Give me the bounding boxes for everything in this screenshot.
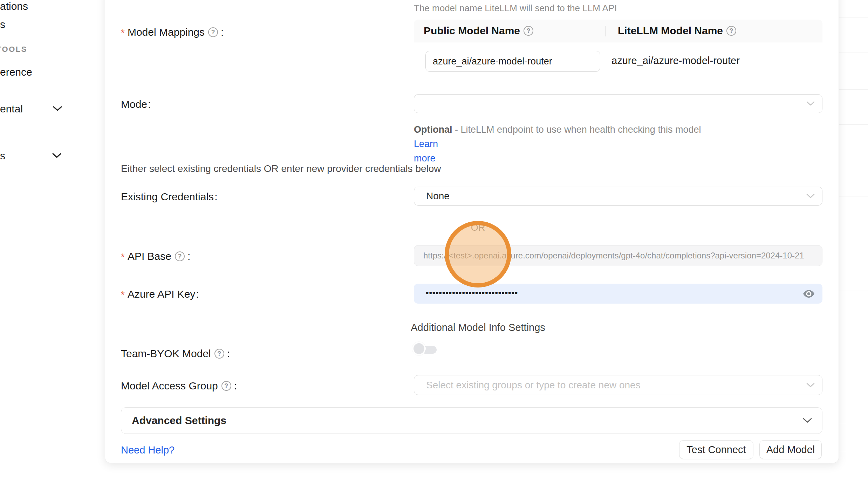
column-header-text: Public Model Name xyxy=(424,25,520,37)
column-header-public-model-name: Public Model Name ? xyxy=(414,25,611,37)
sidebar-item-clipped[interactable]: ations xyxy=(0,0,28,13)
help-icon[interactable]: ? xyxy=(524,26,533,36)
learn-more-link[interactable]: Learn xyxy=(414,139,438,149)
existing-credentials-value: None xyxy=(426,190,450,202)
model-access-group-select[interactable]: Select existing groups or type to create… xyxy=(414,375,822,395)
learn-more-link[interactable]: more xyxy=(414,153,436,164)
label-colon: : xyxy=(221,26,224,38)
label-colon: : xyxy=(227,348,230,360)
existing-credentials-label: Existing Credentials : xyxy=(121,191,217,203)
existing-credentials-select[interactable]: None xyxy=(414,187,822,206)
azure-api-key-label: * Azure API Key : xyxy=(121,288,199,300)
optional-bold: Optional xyxy=(414,124,452,135)
sidebar-item-clipped[interactable]: erence xyxy=(0,66,32,78)
sidebar-item-clipped[interactable]: ental xyxy=(0,103,23,115)
column-header-text: LiteLLM Model Name xyxy=(618,25,723,37)
azure-api-key-input[interactable]: •••••••••••••••••••••••••••• xyxy=(414,284,822,304)
required-asterisk: * xyxy=(121,289,125,300)
chevron-down-icon xyxy=(802,418,812,424)
model-access-group-placeholder: Select existing groups or type to create… xyxy=(414,380,641,391)
existing-credentials-label-text: Existing Credentials xyxy=(121,191,214,203)
model-access-group-label: Model Access Group ? : xyxy=(121,380,237,392)
help-icon[interactable]: ? xyxy=(208,27,218,37)
background-row-divider xyxy=(839,196,868,196)
api-base-label: * API Base ? : xyxy=(121,250,190,263)
add-model-button[interactable]: Add Model xyxy=(759,440,822,459)
model-access-group-label-text: Model Access Group xyxy=(121,380,218,392)
azure-api-key-label-text: Azure API Key xyxy=(128,288,195,300)
label-colon: : xyxy=(214,191,217,203)
background-row-divider xyxy=(839,291,868,291)
mode-label-text: Mode xyxy=(121,98,147,110)
team-byok-label: Team-BYOK Model ? : xyxy=(121,348,230,360)
label-colon: : xyxy=(148,98,151,110)
model-mappings-label: * Model Mappings ? : xyxy=(121,26,224,39)
background-row-divider xyxy=(839,18,868,18)
chevron-down-icon xyxy=(806,193,815,199)
sidebar-item-clipped[interactable]: s xyxy=(0,18,5,31)
eye-icon[interactable] xyxy=(803,289,815,299)
optional-body: - LiteLLM endpoint to use when health ch… xyxy=(452,124,701,135)
table-row: azure_ai/azure-model-router xyxy=(414,42,822,78)
need-help-link[interactable]: Need Help? xyxy=(121,444,175,456)
team-byok-toggle[interactable] xyxy=(412,342,438,356)
advanced-settings-label: Advanced Settings xyxy=(121,415,226,427)
toggle-knob xyxy=(412,342,426,355)
litellm-model-name-value: azure_ai/azure-model-router xyxy=(611,55,740,67)
label-colon: : xyxy=(196,288,199,300)
background-row-divider xyxy=(839,473,868,473)
sidebar-item-clipped[interactable]: s xyxy=(0,150,5,162)
model-mappings-label-text: Model Mappings xyxy=(128,26,205,38)
background-row-divider xyxy=(839,452,868,452)
team-byok-label-text: Team-BYOK Model xyxy=(121,348,211,360)
chevron-down-icon xyxy=(52,153,62,158)
advanced-settings-toggle[interactable]: Advanced Settings xyxy=(121,407,822,434)
chevron-down-icon xyxy=(806,101,815,106)
model-mappings-table: Public Model Name ? LiteLLM Model Name ?… xyxy=(414,20,822,78)
api-base-label-text: API Base xyxy=(128,250,171,262)
background-row-divider xyxy=(839,424,868,424)
required-asterisk: * xyxy=(121,27,125,39)
test-connect-button[interactable]: Test Connect xyxy=(679,440,753,459)
masked-api-key: •••••••••••••••••••••••••••• xyxy=(426,288,518,298)
background-row-divider xyxy=(839,89,868,90)
chevron-down-icon xyxy=(53,106,62,111)
background-row-divider xyxy=(839,53,868,53)
label-colon: : xyxy=(234,380,237,392)
additional-settings-divider-text: Additional Model Info Settings xyxy=(402,322,554,333)
help-icon[interactable]: ? xyxy=(726,26,736,36)
column-divider xyxy=(605,26,606,36)
sidebar-section-tools: TOOLS xyxy=(0,45,27,54)
public-model-name-input[interactable] xyxy=(425,51,600,72)
app-root: ations s TOOLS erence ental s The model … xyxy=(0,0,868,485)
help-icon[interactable]: ? xyxy=(175,251,185,261)
chevron-down-icon xyxy=(806,382,815,388)
model-name-hint: The model name LiteLLM will send to the … xyxy=(414,3,617,14)
or-divider-text: OR xyxy=(465,222,491,233)
mode-help-text: Optional - LiteLLM endpoint to use when … xyxy=(414,123,719,166)
table-header-row: Public Model Name ? LiteLLM Model Name ? xyxy=(414,20,822,42)
help-icon[interactable]: ? xyxy=(221,381,231,391)
label-colon: : xyxy=(187,250,190,262)
mode-label: Mode : xyxy=(121,98,151,110)
api-base-value: https://<test>.openai.azure.com/openai/d… xyxy=(423,251,804,261)
required-asterisk: * xyxy=(121,251,125,263)
credentials-note: Either select existing credentials OR en… xyxy=(121,163,441,174)
mode-select[interactable] xyxy=(414,94,822,113)
background-row-divider xyxy=(839,124,868,125)
help-icon[interactable]: ? xyxy=(214,349,224,359)
api-base-input[interactable]: https://<test>.openai.azure.com/openai/d… xyxy=(414,245,822,266)
column-header-litellm-model-name: LiteLLM Model Name ? xyxy=(611,25,736,37)
